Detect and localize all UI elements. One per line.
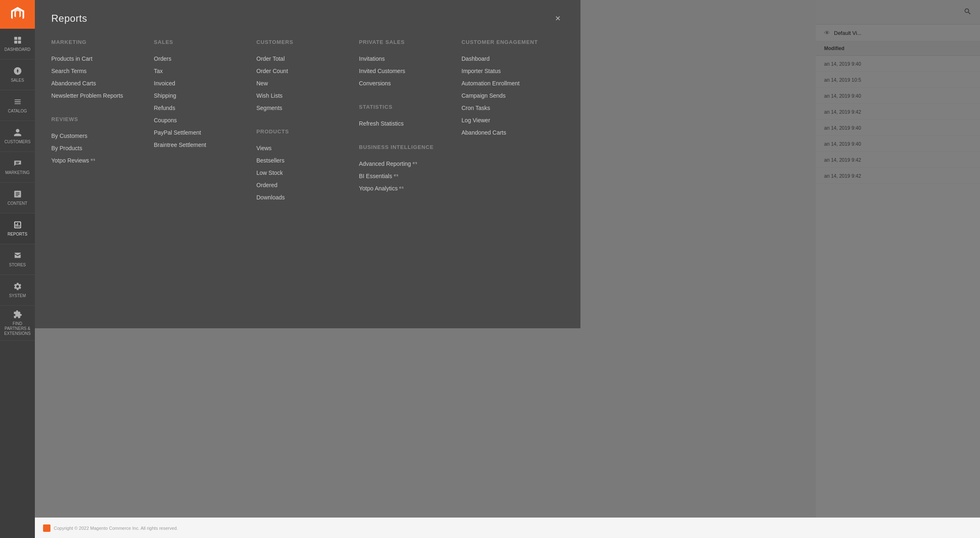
business-intelligence-heading: Business Intelligence <box>359 144 453 150</box>
sidebar-item-sales-label: SALES <box>11 78 24 83</box>
campaign-sends-link[interactable]: Campaign Sends <box>461 89 556 102</box>
bi-essentials-link[interactable]: BI Essentials ᵉˢ <box>359 170 453 182</box>
conversions-link[interactable]: Conversions <box>359 77 453 89</box>
footer-logo <box>43 524 50 532</box>
tax-link[interactable]: Tax <box>154 65 248 77</box>
advanced-reporting-link[interactable]: Advanced Reporting ᵉˢ <box>359 158 453 170</box>
close-button[interactable]: × <box>552 12 564 25</box>
sidebar-item-marketing[interactable]: MARKETING <box>0 152 35 183</box>
sales-heading: Sales <box>154 39 248 45</box>
private-sales-column: Private Sales Invitations Invited Custom… <box>359 39 461 204</box>
svg-rect-3 <box>18 41 21 43</box>
shipping-link[interactable]: Shipping <box>154 89 248 102</box>
sidebar-item-stores[interactable]: STORES <box>0 244 35 275</box>
sales-column: Sales Orders Tax Invoiced Shipping Refun… <box>154 39 256 204</box>
search-terms-link[interactable]: Search Terms <box>51 65 146 77</box>
log-viewer-link[interactable]: Log Viewer <box>461 114 556 126</box>
products-in-cart-link[interactable]: Products in Cart <box>51 53 146 65</box>
footer-copyright: Copyright © 2022 Magento Commerce Inc. A… <box>54 526 178 531</box>
by-products-link[interactable]: By Products <box>51 142 146 154</box>
importer-status-link[interactable]: Importer Status <box>461 65 556 77</box>
yotpo-analytics-link[interactable]: Yotpo Analytics ᵉˢ <box>359 182 453 195</box>
main-area: Reports × Marketing Products in Cart Sea… <box>35 0 980 538</box>
segments-link[interactable]: Segments <box>256 102 351 114</box>
reports-menu-header: Reports × <box>51 12 564 25</box>
products-heading: Products <box>256 128 351 135</box>
svg-rect-1 <box>18 37 21 40</box>
bestsellers-link[interactable]: Bestsellers <box>256 154 351 167</box>
sidebar-item-system-label: SYSTEM <box>9 293 26 298</box>
sidebar-item-marketing-label: MARKETING <box>5 170 30 175</box>
reports-menu-title: Reports <box>51 13 87 24</box>
order-count-link[interactable]: Order Count <box>256 65 351 77</box>
ce-dashboard-link[interactable]: Dashboard <box>461 53 556 65</box>
customer-engagement-column: Customer Engagement Dashboard Importer S… <box>461 39 564 204</box>
cron-tasks-link[interactable]: Cron Tasks <box>461 102 556 114</box>
svg-rect-2 <box>14 41 17 43</box>
sidebar: DASHBOARD SALES CATALOG CUSTOMERS MARKET… <box>0 0 35 538</box>
private-sales-heading: Private Sales <box>359 39 453 45</box>
refresh-statistics-link[interactable]: Refresh Statistics <box>359 117 453 130</box>
sidebar-item-catalog[interactable]: CATALOG <box>0 90 35 121</box>
svg-rect-0 <box>14 37 17 40</box>
sidebar-item-extensions-label: FIND PARTNERS & EXTENSIONS <box>2 321 33 336</box>
magento-logo[interactable] <box>0 0 35 29</box>
sidebar-item-customers-label: CUSTOMERS <box>5 140 31 144</box>
customer-engagement-heading: Customer Engagement <box>461 39 556 45</box>
braintree-settlement-link[interactable]: Braintree Settlement <box>154 139 248 151</box>
marketing-heading: Marketing <box>51 39 146 45</box>
refunds-link[interactable]: Refunds <box>154 102 248 114</box>
sidebar-item-stores-label: STORES <box>9 263 26 268</box>
by-customers-link[interactable]: By Customers <box>51 130 146 142</box>
sidebar-item-reports[interactable]: REPORTS <box>0 213 35 244</box>
marketing-column: Marketing Products in Cart Search Terms … <box>51 39 154 204</box>
views-link[interactable]: Views <box>256 142 351 154</box>
invoiced-link[interactable]: Invoiced <box>154 77 248 89</box>
ordered-link[interactable]: Ordered <box>256 179 351 191</box>
customers-column: Customers Order Total Order Count New Wi… <box>256 39 359 204</box>
sidebar-item-dashboard-label: DASHBOARD <box>5 47 30 52</box>
ce-abandoned-carts-link[interactable]: Abandoned Carts <box>461 126 556 139</box>
new-link[interactable]: New <box>256 77 351 89</box>
reviews-heading: Reviews <box>51 116 146 122</box>
statistics-heading: Statistics <box>359 104 453 110</box>
sidebar-item-system[interactable]: SYSTEM <box>0 275 35 306</box>
invited-customers-link[interactable]: Invited Customers <box>359 65 453 77</box>
reports-menu: Reports × Marketing Products in Cart Sea… <box>35 0 580 328</box>
sidebar-item-reports-label: REPORTS <box>7 232 27 237</box>
customers-heading: Customers <box>256 39 351 45</box>
sidebar-item-catalog-label: CATALOG <box>8 109 27 114</box>
sidebar-item-content[interactable]: CONTENT <box>0 183 35 213</box>
automation-enrollment-link[interactable]: Automation Enrollment <box>461 77 556 89</box>
wish-lists-link[interactable]: Wish Lists <box>256 89 351 102</box>
paypal-settlement-link[interactable]: PayPal Settlement <box>154 126 248 139</box>
yotpo-reviews-link[interactable]: Yotpo Reviews ᵉˢ <box>51 154 146 167</box>
abandoned-carts-marketing-link[interactable]: Abandoned Carts <box>51 77 146 89</box>
coupons-link[interactable]: Coupons <box>154 114 248 126</box>
invitations-link[interactable]: Invitations <box>359 53 453 65</box>
footer: Copyright © 2022 Magento Commerce Inc. A… <box>35 517 980 538</box>
order-total-link[interactable]: Order Total <box>256 53 351 65</box>
low-stock-link[interactable]: Low Stock <box>256 167 351 179</box>
sidebar-item-dashboard[interactable]: DASHBOARD <box>0 29 35 60</box>
sidebar-item-extensions[interactable]: FIND PARTNERS & EXTENSIONS <box>0 306 35 341</box>
close-icon: × <box>555 13 561 24</box>
downloads-link[interactable]: Downloads <box>256 191 351 204</box>
sidebar-item-content-label: CONTENT <box>7 201 27 206</box>
sidebar-item-customers[interactable]: CUSTOMERS <box>0 121 35 152</box>
orders-link[interactable]: Orders <box>154 53 248 65</box>
sidebar-item-sales[interactable]: SALES <box>0 60 35 90</box>
newsletter-problem-reports-link[interactable]: Newsletter Problem Reports <box>51 89 146 102</box>
menu-columns: Marketing Products in Cart Search Terms … <box>51 39 564 204</box>
